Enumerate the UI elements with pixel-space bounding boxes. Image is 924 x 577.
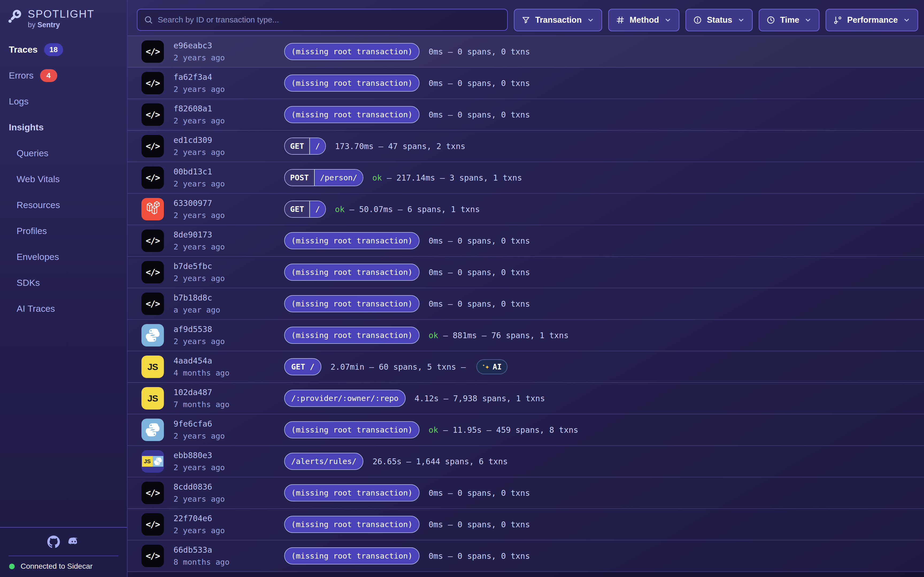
trace-stats: 0ms — 0 spans, 0 txns (428, 110, 530, 119)
sidebar-item-errors[interactable]: Errors4 (0, 63, 127, 89)
trace-age: 2 years ago (173, 526, 284, 535)
route-icon (833, 16, 842, 24)
sidebar-item-label: Traces (9, 44, 38, 55)
trace-row[interactable]: </>b7b18d8ca year ago(missing root trans… (128, 288, 924, 320)
trace-row[interactable]: </>fa62f3a42 years ago(missing root tran… (128, 68, 924, 99)
stats-text: 0ms — 0 spans, 0 txns (428, 79, 530, 88)
trace-stats: ok — 881ms — 76 spans, 1 txns (428, 331, 569, 340)
sidebar-item-web-vitals[interactable]: Web Vitals (0, 166, 127, 192)
trace-id: af9d5538 (173, 324, 284, 334)
missing-root-transaction-badge: (missing root transaction) (284, 421, 420, 438)
missing-root-transaction-badge: (missing root transaction) (284, 43, 420, 60)
trace-row[interactable]: </>b7de5fbc2 years ago(missing root tran… (128, 257, 924, 288)
filter-button-performance[interactable]: Performance (825, 9, 918, 31)
sidebar-item-insights[interactable]: Insights (0, 114, 127, 140)
filter-label: Performance (847, 15, 898, 25)
trace-meta: 22f704e62 years ago (173, 514, 284, 535)
trace-age: 2 years ago (173, 179, 284, 188)
trace-age: 4 months ago (173, 368, 284, 377)
sidebar-item-label: Insights (9, 122, 44, 132)
code-icon: </> (141, 229, 164, 252)
stats-text: 0ms — 0 spans, 0 txns (428, 47, 530, 56)
sidebar-item-label: Resources (16, 200, 60, 210)
trace-id: 102da487 (173, 388, 284, 397)
trace-row[interactable]: 9fe6cfa62 years ago(missing root transac… (128, 414, 924, 446)
trace-row[interactable]: </>f82608a12 years ago(missing root tran… (128, 99, 924, 131)
trace-row[interactable]: </>8de901732 years ago(missing root tran… (128, 225, 924, 257)
sidebar-item-label: Errors (9, 70, 34, 81)
trace-id: ed1cd309 (173, 135, 284, 145)
sidebar-item-label: Logs (9, 96, 29, 106)
sidebar-item-ai-traces[interactable]: AI Traces (0, 296, 127, 322)
trace-stats: ok — 50.07ms — 6 spans, 1 txns (335, 205, 480, 214)
trace-age: 2 years ago (173, 211, 284, 220)
sidebar-item-envelopes[interactable]: Envelopes (0, 244, 127, 270)
stats-text: — 881ms — 76 spans, 1 txns (438, 331, 569, 340)
trace-row[interactable]: </>00bd13c12 years agoPOST/person/ok — 2… (128, 162, 924, 193)
trace-row[interactable]: JS102da4877 months ago/:provider/:owner/… (128, 383, 924, 414)
trace-meta: 4aad454a4 months ago (173, 356, 284, 377)
sidebar-item-sdks[interactable]: SDKs (0, 270, 127, 296)
filter-button-transaction[interactable]: Transaction (514, 9, 602, 31)
spotlight-logo-icon (8, 9, 23, 24)
trace-stats: 0ms — 0 spans, 0 txns (428, 299, 530, 308)
http-method: GET (285, 138, 310, 154)
status-ok: ok (428, 425, 438, 435)
code-icon: </> (141, 72, 164, 94)
ai-badge-label: AI (493, 363, 502, 371)
trace-id: 8cdd0836 (173, 482, 284, 492)
trace-row[interactable]: </>e96eabc32 years ago(missing root tran… (128, 36, 924, 68)
trace-meta: ebb880e32 years ago (173, 451, 284, 472)
status-ok: ok (335, 205, 345, 214)
search-input[interactable] (158, 15, 501, 24)
trace-id: b7de5fbc (173, 261, 284, 271)
missing-root-transaction-badge: (missing root transaction) (284, 327, 420, 344)
trace-age: 2 years ago (173, 53, 284, 62)
stats-text: 2.07min — 60 spans, 5 txns — (330, 362, 470, 372)
trace-age: 2 years ago (173, 85, 284, 94)
chevron-down-icon (737, 16, 745, 24)
sidebar-item-queries[interactable]: Queries (0, 140, 127, 166)
app-title: SPOTLIGHT (28, 8, 94, 20)
chevron-down-icon (903, 16, 911, 24)
filter-button-time[interactable]: Time (759, 9, 820, 31)
app-byline: by Sentry (28, 21, 94, 29)
trace-row[interactable]: </>8cdd08362 years ago(missing root tran… (128, 477, 924, 509)
code-icon: </> (141, 40, 164, 63)
sidebar-item-profiles[interactable]: Profiles (0, 218, 127, 244)
sidebar-footer: Connected to Sidecar (0, 527, 127, 577)
discord-icon[interactable] (67, 536, 80, 548)
trace-stats: 0ms — 0 spans, 0 txns (428, 551, 530, 561)
sidebar-item-logs[interactable]: Logs (0, 89, 127, 114)
trace-age: 2 years ago (173, 337, 284, 346)
sidebar-item-traces[interactable]: Traces18 (0, 37, 127, 63)
transaction-path: /person/ (315, 169, 363, 185)
trace-row[interactable]: af9d55382 years ago(missing root transac… (128, 320, 924, 351)
transaction-badge: /alerts/rules/ (284, 453, 363, 470)
trace-row[interactable]: </>66db533a8 months ago(missing root tra… (128, 540, 924, 572)
status-ok: ok (428, 331, 438, 340)
code-icon: </> (141, 261, 164, 284)
filter-label: Status (707, 15, 732, 25)
trace-row[interactable]: JS4aad454a4 months agoGET /2.07min — 60 … (128, 351, 924, 383)
sidebar-item-label: Queries (16, 148, 48, 158)
github-icon[interactable] (47, 536, 60, 548)
trace-row[interactable]: </>ed1cd3092 years agoGET/173.70ms — 47 … (128, 131, 924, 162)
trace-row[interactable]: </>22f704e62 years ago(missing root tran… (128, 509, 924, 540)
sidebar-item-resources[interactable]: Resources (0, 192, 127, 218)
trace-row[interactable]: 633009772 years agoGET/ok — 50.07ms — 6 … (128, 193, 924, 225)
main-content: TransactionMethodStatusTimePerformance <… (128, 0, 924, 577)
trace-list: </>e96eabc32 years ago(missing root tran… (128, 35, 924, 572)
stats-text: 0ms — 0 spans, 0 txns (428, 551, 530, 561)
code-icon: </> (141, 292, 164, 315)
trace-id: 8de90173 (173, 230, 284, 239)
trace-row[interactable]: JSebb880e32 years ago/alerts/rules/26.65… (128, 446, 924, 477)
filter-button-method[interactable]: Method (608, 9, 679, 31)
trace-age: 2 years ago (173, 242, 284, 251)
trace-meta: e96eabc32 years ago (173, 41, 284, 62)
sidecar-status: Connected to Sidecar (0, 556, 127, 577)
trace-age: 2 years ago (173, 495, 284, 504)
filter-button-status[interactable]: Status (685, 9, 753, 31)
stats-text: — 50.07ms — 6 spans, 1 txns (345, 205, 480, 214)
code-icon: </> (141, 513, 164, 536)
